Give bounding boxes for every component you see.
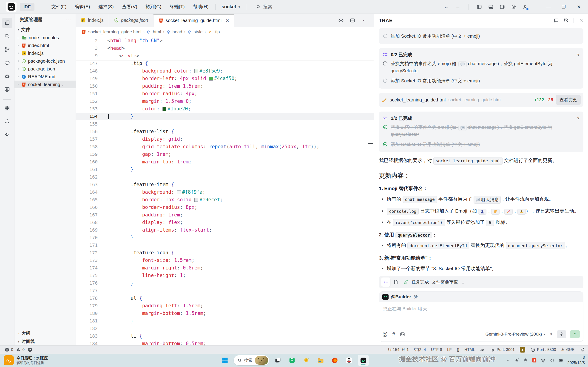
file-tree-item[interactable]: jspackage.json bbox=[15, 65, 76, 73]
code-line[interactable]: 153 color: #1b5e20; bbox=[76, 105, 374, 113]
toggle-right-panel-icon[interactable] bbox=[498, 2, 507, 11]
status-encoding[interactable]: UTF-8 bbox=[431, 348, 442, 352]
history-icon[interactable] bbox=[563, 18, 569, 23]
code-line[interactable]: 170 } bbox=[76, 234, 374, 242]
timeline-section[interactable]: ›时间线 bbox=[15, 337, 76, 345]
changed-file-name[interactable]: socket_learning_guide.html bbox=[390, 97, 446, 103]
code-line[interactable]: 162 bbox=[76, 173, 374, 181]
code-line[interactable]: 180 margin-bottom: 1.5rem; bbox=[76, 310, 374, 317]
code-line[interactable]: 149 border-left: 4px solid #4caf50; bbox=[76, 75, 374, 82]
code-line[interactable]: 183 li { bbox=[76, 332, 374, 340]
code-line[interactable]: 163 .feature-item { bbox=[76, 181, 374, 188]
code-line[interactable]: 9 <style> bbox=[76, 52, 374, 60]
clock[interactable]: 32025/12/5 bbox=[567, 355, 585, 366]
code-line[interactable]: 179 padding-left: 1.5rem; bbox=[76, 302, 374, 310]
search-daily-image[interactable] bbox=[255, 356, 268, 365]
breadcrumb-item[interactable]: style bbox=[194, 29, 203, 34]
status-braces-mode[interactable]: {} bbox=[457, 348, 459, 352]
gold-plugin-icon[interactable]: ◆ bbox=[520, 347, 525, 352]
code-line[interactable]: 173 font-size: 1.5rem; bbox=[76, 257, 374, 264]
code-line[interactable]: 152 margin: 1.5rem 0; bbox=[76, 98, 374, 105]
tab-socket_learning_guide.html[interactable]: 5socket_learning_guide.html✕ bbox=[154, 14, 235, 27]
doc-plus-icon[interactable] bbox=[393, 279, 399, 285]
global-search[interactable]: 搜索 bbox=[256, 4, 272, 10]
files-section-header[interactable]: ▾ 文件 bbox=[15, 25, 76, 34]
code-lines[interactable]: 147 .tip {148 background-color: #e8f5e9;… bbox=[76, 60, 374, 345]
todo-item[interactable]: 替换文档中的事件名为 emoji (如 ' chat message')，替换 … bbox=[383, 58, 580, 76]
code-line[interactable]: 171 bbox=[76, 242, 374, 249]
context-icon[interactable]: # bbox=[392, 331, 395, 337]
cue-indicator[interactable]: ✻CUE bbox=[561, 347, 574, 352]
code-line[interactable]: 148 background-color: #e8f5e9; bbox=[76, 67, 374, 75]
code-line[interactable]: 174 margin-right: 0.8rem; bbox=[76, 264, 374, 272]
code-line[interactable]: 182 bbox=[76, 325, 374, 332]
code-line[interactable]: 168 display: flex; bbox=[76, 219, 374, 226]
todo-item[interactable]: 添加 Socket.IO 常用功能清单 (中文 + emoji) bbox=[383, 31, 580, 41]
todo-item[interactable]: 添加 Socket.IO 常用功能清单 (中文 + emoji) bbox=[383, 76, 580, 86]
code-line[interactable]: 3<head> bbox=[76, 44, 374, 52]
chat-input[interactable]: 您正在与 Builder 聊天 bbox=[379, 302, 583, 328]
trae-app-icon[interactable] bbox=[358, 355, 369, 366]
pixel-flag-icon[interactable] bbox=[480, 348, 484, 352]
code-line[interactable]: 160 margin-top: 1rem; bbox=[76, 158, 374, 166]
search-icon[interactable] bbox=[2, 31, 12, 42]
minimize-button[interactable]: — bbox=[542, 2, 555, 12]
toggle-bottom-panel-icon[interactable] bbox=[486, 2, 495, 11]
port-3001[interactable]: Port: 3001 bbox=[490, 347, 514, 352]
source-control-icon[interactable] bbox=[2, 44, 12, 55]
restore-button[interactable]: ❐ bbox=[557, 2, 570, 12]
review-bar[interactable]: 任务完成文件需要审查 bbox=[379, 276, 583, 288]
todo-item[interactable]: 替换文档中的事件名为 emoji (如 ' chat message')，替换 … bbox=[383, 122, 580, 139]
view-changes-button[interactable]: 查看变更 bbox=[556, 95, 581, 105]
breadcrumb-file[interactable]: socket_learning_guide.html bbox=[88, 29, 141, 34]
preview-icon[interactable] bbox=[2, 58, 12, 68]
notifications-muted-icon[interactable] bbox=[579, 347, 585, 352]
warnings-indicator[interactable]: 0 bbox=[16, 347, 24, 352]
start-button[interactable] bbox=[219, 355, 231, 366]
code-line[interactable]: 166 border-radius: 8px; bbox=[76, 204, 374, 211]
breadcrumb[interactable]: 5socket_learning_guide.html›html›head›st… bbox=[76, 27, 374, 37]
todo-item[interactable]: 添加 Socket.IO 常用功能清单 (中文 + emoji) bbox=[383, 139, 580, 150]
checklist-chip[interactable] bbox=[381, 277, 390, 287]
code-editor[interactable]: 2<html lang="zh-CN">3<head>9 <style> 147… bbox=[76, 37, 374, 345]
breadcrumb-leaf[interactable]: .tip bbox=[214, 29, 220, 34]
menu-item[interactable]: 转到(G) bbox=[142, 2, 164, 12]
model-selector[interactable]: Gemini-3-Pro-Preview (200k)▾ bbox=[485, 332, 545, 337]
port-5500[interactable]: Port : 5500 bbox=[530, 347, 556, 352]
code-line[interactable]: 164 background: #f8f9fa; bbox=[76, 188, 374, 196]
nav-forward-icon[interactable]: → bbox=[453, 2, 463, 11]
code-line[interactable]: 159 gap: 1rem; bbox=[76, 150, 374, 158]
split-editor-icon[interactable] bbox=[350, 18, 355, 23]
collapse-icon[interactable]: ∨ bbox=[577, 53, 580, 57]
new-chat-icon[interactable] bbox=[553, 18, 559, 23]
close-button[interactable]: ✕ bbox=[572, 2, 585, 12]
status-cursor-position[interactable]: 行 154, 列 1 bbox=[388, 347, 409, 352]
mention-icon[interactable]: @ bbox=[382, 331, 388, 337]
account-icon[interactable] bbox=[521, 2, 530, 11]
code-line[interactable]: 177 bbox=[76, 287, 374, 294]
explorer-icon[interactable] bbox=[2, 18, 12, 28]
menu-item[interactable]: 编辑(E) bbox=[71, 2, 93, 12]
task-view-icon[interactable] bbox=[272, 355, 283, 366]
code-line[interactable]: 154 } bbox=[76, 113, 374, 120]
code-line[interactable]: 150 padding: 1rem 1.5rem; bbox=[76, 82, 374, 90]
code-line[interactable]: 165 border: 1px solid #e9ecef; bbox=[76, 196, 374, 204]
code-line[interactable]: 181 } bbox=[76, 317, 374, 325]
code-line[interactable]: 158 grid-template-columns: repeat(auto-f… bbox=[76, 143, 374, 150]
code-line[interactable]: 151 border-radius: 4px; bbox=[76, 90, 374, 98]
code-line[interactable]: 169 align-items: flex-start; bbox=[76, 226, 374, 234]
taskbar-widget[interactable]: 今日最旺：水瓶座 解锁你的每日运势 bbox=[0, 355, 48, 365]
pin-icon[interactable] bbox=[523, 358, 528, 363]
collapse-icon[interactable]: ∨ bbox=[577, 116, 580, 120]
battery-icon[interactable] bbox=[558, 358, 564, 363]
menu-item[interactable]: 选择(S) bbox=[95, 2, 117, 12]
pixel-flag-icon[interactable] bbox=[2, 129, 12, 140]
nav-back-icon[interactable]: ← bbox=[442, 2, 451, 11]
tray-expand-icon[interactable] bbox=[506, 358, 510, 363]
toggle-left-panel-icon[interactable] bbox=[475, 2, 484, 11]
sparkle-icon[interactable]: ✦ bbox=[549, 331, 553, 337]
review-link[interactable]: 文件需要审查 bbox=[432, 279, 458, 285]
microphone-button[interactable] bbox=[557, 330, 566, 338]
menu-item[interactable]: 终端(T) bbox=[166, 2, 188, 12]
more-actions-icon[interactable]: ··· bbox=[66, 17, 72, 22]
